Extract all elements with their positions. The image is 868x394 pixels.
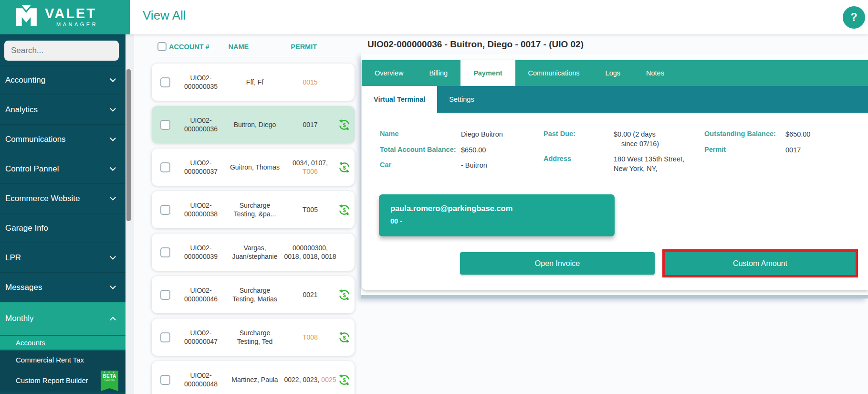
valet-manager-logo-icon (13, 5, 39, 29)
detail-field-row: Total Account Balance:$650.00 (380, 146, 503, 155)
contact-phone: 00 - (390, 217, 603, 225)
recurring-payment-icon: $ (338, 203, 351, 216)
field-value: 180 West 135th Street, New York, NY, (614, 155, 684, 173)
row-checkbox[interactable] (160, 290, 170, 300)
account-name: Vargas,Juan/stephanie (226, 244, 284, 261)
row-checkbox[interactable] (160, 332, 170, 342)
contact-email: paula.romero@parkingbase.com (390, 204, 603, 213)
subtab-settings[interactable]: Settings (437, 86, 486, 113)
row-checkbox[interactable] (160, 247, 170, 257)
account-name: Martinez, Paula (226, 375, 284, 384)
sidebar-item-accounting[interactable]: Accounting (0, 65, 125, 95)
sidebar-item-lpr[interactable]: LPR (0, 243, 125, 272)
permit-line: 0034, 0107, (284, 159, 336, 167)
svg-text:$: $ (343, 334, 345, 340)
account-name: Fff, Ff (226, 78, 284, 86)
sidebar-item-label: Ecommerce Website (5, 194, 80, 203)
sidebar-item-monthly[interactable]: Monthly (0, 302, 125, 335)
account-number: UIO02-000000039 (176, 244, 226, 261)
account-row[interactable]: UIO02-000000048Martinez, Paula0022, 0023… (152, 361, 355, 394)
field-label: Name (380, 130, 461, 139)
column-header-permit: PERMIT (291, 43, 317, 51)
recurring-icon-cell: $ (336, 373, 352, 386)
custom-amount-button[interactable]: Custom Amount (665, 252, 856, 275)
account-number-line: 000000035 (176, 82, 226, 91)
sidebar-subitem-custom-report-builder[interactable]: Custom Report Builder✦ ✦ ✦BETATESTING (0, 369, 125, 392)
account-number-line: UIO02- (176, 329, 226, 337)
permit-value: T005 (303, 206, 318, 213)
field-value: $650.00 (461, 146, 486, 155)
row-checkbox[interactable] (160, 375, 170, 385)
account-number-line: UIO02- (176, 116, 226, 125)
account-name-line: Juan/stephanie (226, 252, 284, 261)
sidebar-scrollbar-thumb[interactable] (126, 69, 131, 221)
tab-communications[interactable]: Communications (515, 60, 593, 86)
tab-notes[interactable]: Notes (633, 60, 677, 86)
sidebar-item-messages[interactable]: Messages (0, 272, 125, 302)
account-name: Buitron, Diego (226, 120, 284, 129)
tab-overview[interactable]: Overview (362, 60, 416, 86)
sidebar-item-label: Analytics (5, 105, 38, 115)
sidebar-item-label: Accounting (5, 75, 45, 85)
permit-numbers: 0021 (284, 290, 336, 299)
account-name: SurchargeTesting, &pa... (226, 201, 284, 218)
account-row[interactable]: UIO02-000000047SurchargeTesting, TedT008… (152, 319, 355, 356)
row-checkbox[interactable] (160, 205, 170, 215)
recurring-icon-cell: $ (336, 288, 352, 301)
field-label: Past Due: (544, 130, 614, 149)
tab-logs[interactable]: Logs (593, 60, 633, 86)
detail-tab-bar: OverviewBillingPaymentCommunicationsLogs… (362, 60, 868, 86)
account-row[interactable]: UIO02-000000046SurchargeTesting, Matias0… (152, 276, 355, 313)
account-row[interactable]: UIO02-000000038SurchargeTesting, &pa...T… (152, 191, 355, 228)
sidebar-subitem-commercial-rent-tax[interactable]: Commercial Rent Tax (0, 351, 125, 369)
account-number: UIO02-000000047 (176, 329, 226, 346)
field-label: Address (544, 155, 614, 173)
tab-payment[interactable]: Payment (460, 60, 515, 86)
detail-field-row: Past Due:$0.00 (2 days since 07/16) (544, 130, 684, 149)
sidebar-item-ecommerce-website[interactable]: Ecommerce Website (0, 183, 125, 213)
badge-line1: BETA (101, 374, 118, 379)
open-invoice-button[interactable]: Open Invoice (460, 252, 655, 275)
svg-text:$: $ (343, 122, 345, 128)
account-detail-panel: OverviewBillingPaymentCommunicationsLogs… (361, 53, 868, 298)
sidebar-subitem-accounts[interactable]: Accounts (0, 335, 125, 351)
subtab-virtual-terminal[interactable]: Virtual Terminal (362, 86, 437, 113)
field-label: Car (380, 161, 461, 170)
logo-title: VALET (45, 6, 96, 21)
sidebar-item-label: Communications (5, 135, 66, 144)
row-checkbox[interactable] (160, 77, 170, 87)
account-name: SurchargeTesting, Ted (226, 329, 284, 346)
sidebar-item-control-pannel[interactable]: Control Pannel (0, 154, 125, 183)
field-value: - Buitron (461, 161, 487, 170)
account-row[interactable]: UIO02-000000037Guitron, Thomas0034, 0107… (152, 149, 355, 186)
account-row[interactable]: UIO02-000000039Vargas,Juan/stephanie0000… (152, 234, 355, 271)
tab-billing[interactable]: Billing (416, 60, 460, 86)
field-group-2: Past Due:$0.00 (2 days since 07/16)Addre… (544, 130, 684, 180)
account-row[interactable]: UIO02-000000035Fff, Ff0015 (152, 64, 355, 101)
account-row[interactable]: UIO02-000000036Buitron, Diego0017$ (152, 106, 355, 143)
sidebar-scrollbar-track[interactable] (125, 34, 134, 394)
account-rows: UIO02-000000035Fff, Ff0015UIO02-00000003… (134, 64, 363, 394)
permit-line: 0018, 0018, 0018 (284, 252, 336, 261)
logo-subtitle: MANAGER (56, 21, 98, 27)
permit-value: 0021 (303, 291, 317, 298)
sidebar-item-garage-info[interactable]: Garage Info (0, 213, 125, 243)
permit-line: 0015 (284, 78, 336, 86)
permit-value: T006 (303, 168, 318, 175)
account-name-line: Testing, &pa... (226, 210, 284, 218)
row-checkbox[interactable] (160, 120, 170, 130)
account-list-header: ACCOUNT # NAME PERMIT (157, 42, 354, 57)
recurring-icon-cell: $ (336, 118, 352, 131)
help-button[interactable]: ? (843, 6, 865, 29)
sidebar-item-communications[interactable]: Communications (0, 124, 125, 154)
account-name-line: Buitron, Diego (226, 120, 284, 129)
sidebar-item-analytics[interactable]: Analytics (0, 95, 125, 124)
permit-line: T006 (284, 167, 336, 176)
svg-text:$: $ (343, 164, 345, 170)
field-value: $650.00 (785, 130, 810, 139)
select-all-checkbox[interactable] (157, 42, 167, 51)
detail-field-row: Permit0017 (704, 146, 810, 155)
row-checkbox[interactable] (160, 162, 170, 172)
search-input[interactable] (4, 41, 119, 61)
payment-contact-card[interactable]: paula.romero@parkingbase.com 00 - (379, 194, 615, 236)
